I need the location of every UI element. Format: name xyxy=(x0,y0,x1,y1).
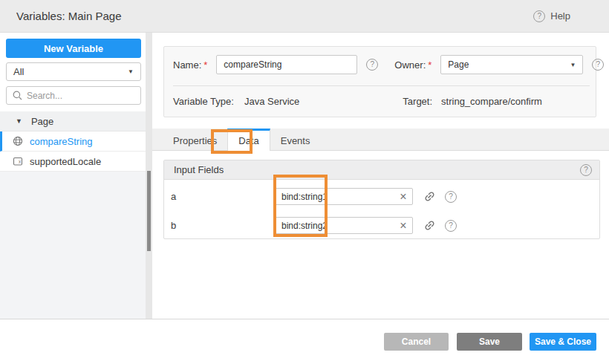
help-icon: ? xyxy=(533,10,545,22)
app-header: Variables: Main Page ? Help xyxy=(0,0,609,33)
bind-link-icon[interactable] xyxy=(423,190,436,204)
field-help-icon[interactable]: ? xyxy=(445,220,457,232)
sidebar: New Variable All ▼ ▼ Page xyxy=(0,33,146,319)
cancel-button[interactable]: Cancel xyxy=(384,333,449,351)
variable-type-label: Variable Type: xyxy=(173,96,234,107)
tree-expander-icon[interactable]: ▼ xyxy=(16,117,22,125)
input-fields-title: Input Fields xyxy=(174,164,224,175)
tab-properties[interactable]: Properties xyxy=(163,129,227,150)
input-fields-help-icon[interactable]: ? xyxy=(580,164,592,176)
tree-item-comparestring[interactable]: compareString xyxy=(0,131,146,152)
input-fields-section: Input Fields ? a × ? b × xyxy=(163,160,600,239)
field-help-icon[interactable]: ? xyxy=(445,191,457,203)
service-globe-icon xyxy=(13,136,23,146)
name-help-icon[interactable]: ? xyxy=(366,59,378,71)
owner-label: Owner: xyxy=(394,59,426,71)
footer: Cancel Save Save & Close xyxy=(0,319,609,364)
save-button[interactable]: Save xyxy=(457,333,522,351)
new-variable-button[interactable]: New Variable xyxy=(6,39,141,58)
tree-item-label: supportedLocale xyxy=(30,156,101,167)
name-field[interactable] xyxy=(216,55,357,74)
help-link[interactable]: ? Help xyxy=(533,10,570,22)
required-marker: * xyxy=(203,59,207,71)
tab-events[interactable]: Events xyxy=(270,129,321,150)
variable-icon: x xyxy=(13,156,23,166)
page-title: Variables: Main Page xyxy=(16,10,121,22)
field-name: b xyxy=(164,220,274,231)
variable-detail-pane: Name: * ? Owner: * Page ▼ ? Variable Typ… xyxy=(152,33,609,319)
detail-tabbar: Properties Data Events xyxy=(152,129,609,151)
variable-filter-value: All xyxy=(13,66,24,77)
svg-text:x: x xyxy=(19,159,22,164)
variable-type-value: Java Service xyxy=(244,96,299,107)
owner-dropdown[interactable]: Page ▼ xyxy=(440,55,583,74)
target-label: Target: xyxy=(403,96,432,107)
owner-value: Page xyxy=(448,59,469,70)
chevron-down-icon: ▼ xyxy=(128,68,134,75)
sidebar-scrollbar-track[interactable] xyxy=(146,33,152,319)
field-row-a: a × ? xyxy=(164,184,599,209)
sidebar-scrollbar-thumb[interactable] xyxy=(147,171,151,251)
search-input[interactable] xyxy=(27,91,131,101)
clear-icon[interactable]: × xyxy=(397,189,410,204)
field-row-b: b × ? xyxy=(164,213,599,238)
target-value: string_compare/confirm xyxy=(441,96,542,107)
tree-group-label: Page xyxy=(31,116,53,127)
save-and-close-button[interactable]: Save & Close xyxy=(530,333,596,351)
bind-link-icon[interactable] xyxy=(423,219,436,233)
panel-divider xyxy=(173,85,590,86)
tab-data[interactable]: Data xyxy=(227,129,270,151)
tree-item-label: compareString xyxy=(30,136,93,147)
tree-group-page[interactable]: ▼ Page xyxy=(0,111,146,131)
variable-summary-panel: Name: * ? Owner: * Page ▼ ? Variable Typ… xyxy=(163,46,596,117)
field-a-binding-input[interactable] xyxy=(274,188,413,205)
search-icon xyxy=(13,91,22,100)
name-label: Name: xyxy=(173,59,201,71)
clear-icon[interactable]: × xyxy=(397,218,410,233)
help-label: Help xyxy=(550,10,570,22)
field-name: a xyxy=(164,191,274,202)
search-box xyxy=(6,86,141,105)
variables-tree: ▼ Page compareString x supporte xyxy=(0,111,146,172)
input-fields-header: Input Fields ? xyxy=(164,160,599,180)
field-b-binding-input[interactable] xyxy=(274,217,413,234)
tree-item-supportedlocale[interactable]: x supportedLocale xyxy=(0,152,146,172)
sidebar-empty-area xyxy=(0,172,146,319)
variable-filter-dropdown[interactable]: All ▼ xyxy=(6,62,141,81)
owner-help-icon[interactable]: ? xyxy=(592,59,604,71)
required-marker: * xyxy=(428,59,431,71)
chevron-down-icon: ▼ xyxy=(570,62,576,68)
